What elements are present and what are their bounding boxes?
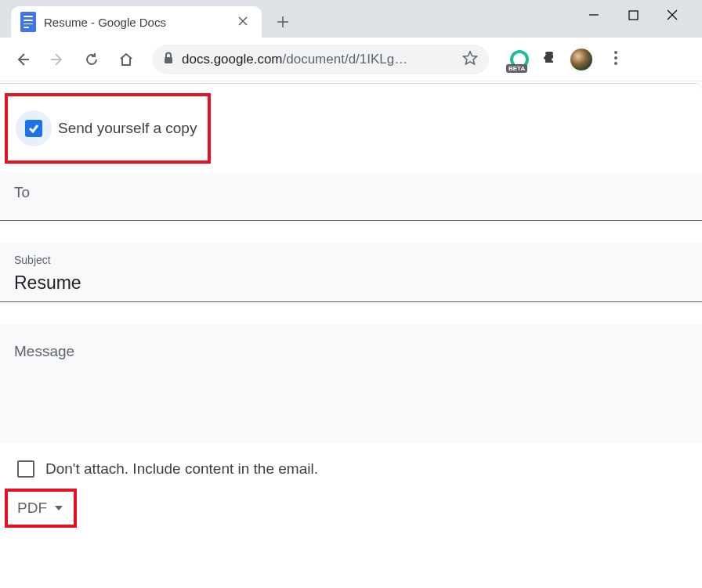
send-yourself-copy-row: Send yourself a copy xyxy=(5,93,211,164)
send-copy-label: Send yourself a copy xyxy=(58,120,197,137)
svg-point-2 xyxy=(614,51,617,54)
bookmark-star-icon[interactable] xyxy=(462,50,478,69)
extension-icons: BETA xyxy=(508,46,622,73)
url-text: docs.google.com/document/d/1IKLg… xyxy=(182,52,407,67)
email-dialog: Send yourself a copy To Subject Resume M… xyxy=(0,83,702,588)
extensions-puzzle-icon[interactable] xyxy=(542,49,559,70)
svg-point-4 xyxy=(614,62,617,65)
window-close-icon[interactable] xyxy=(664,7,680,23)
message-label: Message xyxy=(14,343,688,374)
subject-field[interactable]: Subject Resume xyxy=(0,243,702,302)
lock-icon xyxy=(163,52,174,67)
to-label: To xyxy=(14,184,688,215)
browser-tab[interactable]: Resume - Google Docs xyxy=(11,6,262,38)
back-button[interactable] xyxy=(9,46,36,73)
google-docs-icon xyxy=(20,12,36,32)
dont-attach-row: Don't attach. Include content in the ema… xyxy=(0,443,702,485)
svg-rect-1 xyxy=(165,57,172,63)
address-bar[interactable]: docs.google.com/document/d/1IKLg… xyxy=(152,45,489,74)
to-field[interactable]: To xyxy=(0,173,702,221)
tab-close-icon[interactable] xyxy=(235,12,251,32)
dont-attach-checkbox[interactable] xyxy=(17,460,34,478)
forward-button xyxy=(44,46,71,73)
subject-value: Resume xyxy=(14,272,688,298)
format-selected: PDF xyxy=(17,500,47,517)
window-minimize-icon[interactable] xyxy=(586,7,602,23)
chevron-down-icon xyxy=(55,506,63,510)
reload-button[interactable] xyxy=(78,46,105,73)
message-field[interactable]: Message xyxy=(0,324,702,443)
checkmark-icon xyxy=(25,120,42,137)
window-controls xyxy=(586,0,702,30)
home-button[interactable] xyxy=(113,46,139,73)
send-copy-checkbox[interactable] xyxy=(16,110,52,146)
format-dropdown[interactable]: PDF xyxy=(5,489,77,528)
subject-label: Subject xyxy=(14,254,688,266)
tab-title: Resume - Google Docs xyxy=(44,16,227,29)
dont-attach-label: Don't attach. Include content in the ema… xyxy=(45,460,318,478)
svg-rect-0 xyxy=(629,11,638,20)
extension-beta-icon[interactable]: BETA xyxy=(508,48,531,71)
profile-avatar[interactable] xyxy=(570,49,592,70)
new-tab-button[interactable] xyxy=(270,9,296,35)
browser-toolbar: docs.google.com/document/d/1IKLg… BETA xyxy=(0,38,702,81)
browser-menu-icon[interactable] xyxy=(610,46,622,73)
svg-point-3 xyxy=(614,56,617,60)
window-maximize-icon[interactable] xyxy=(625,7,641,23)
browser-titlebar: Resume - Google Docs xyxy=(0,0,702,38)
